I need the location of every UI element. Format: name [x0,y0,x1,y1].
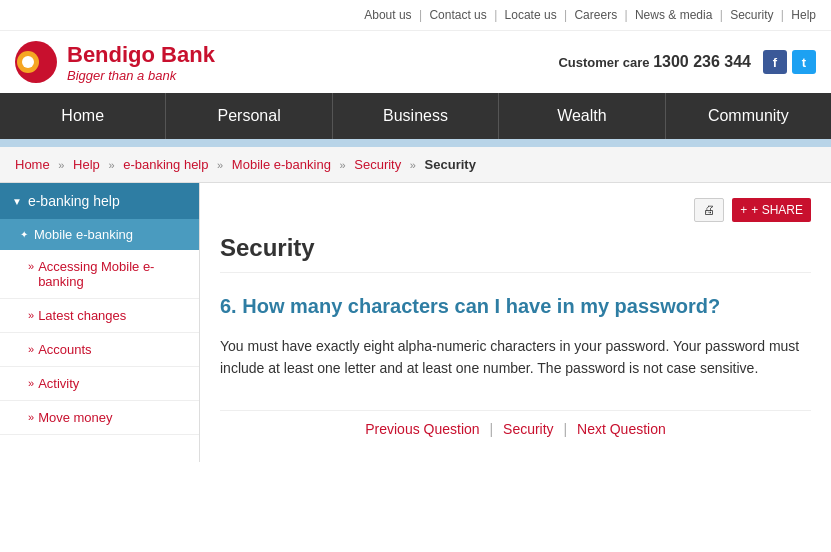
nav-wealth[interactable]: Wealth [499,93,665,139]
sidebar-link-label-2: Latest changes [38,308,126,323]
nav-community[interactable]: Community [666,93,831,139]
logo-area: Bendigo Bank Bigger than a bank [15,41,215,83]
pag-sep2: | [564,421,568,437]
prev-question-link[interactable]: Previous Question [365,421,479,437]
next-question-link[interactable]: Next Question [577,421,666,437]
sep6: | [781,8,784,22]
sidebar-subsection[interactable]: ✦ Mobile e-banking [0,219,199,250]
bc-sep4: » [340,159,346,171]
print-icon: 🖨 [703,203,715,217]
logo-name: Bendigo Bank [67,42,215,68]
bc-sep1: » [58,159,64,171]
sidebar-link-label-1: Accessing Mobile e-banking [38,259,187,289]
sidebar-link-label-4: Activity [38,376,79,391]
sep3: | [564,8,567,22]
sidebar-subsection-label: Mobile e-banking [34,227,133,242]
header-right: Customer care 1300 236 344 f t [558,50,816,74]
logo-text: Bendigo Bank Bigger than a bank [67,42,215,83]
locate-us-link[interactable]: Locate us [505,8,557,22]
answer-text: You must have exactly eight alpha-numeri… [220,335,811,380]
print-button[interactable]: 🖨 [694,198,724,222]
nav-home[interactable]: Home [0,93,166,139]
phone-number: 1300 236 344 [653,53,751,70]
main-layout: ▼ e-banking help ✦ Mobile e-banking » Ac… [0,183,831,462]
sidebar-link-label-3: Accounts [38,342,91,357]
chevron-icon-5: » [28,411,34,423]
question-heading: 6. How many characters can I have in my … [220,293,811,319]
sidebar-link-accounts[interactable]: » Accounts [0,333,199,367]
section-arrow: ▼ [12,196,22,207]
logo-icon [15,41,57,83]
bc-home-link[interactable]: Home [15,157,50,172]
bc-mobile-link[interactable]: Mobile e-banking [232,157,331,172]
sep1: | [419,8,422,22]
share-label: + SHARE [751,203,803,217]
bc-sep2: » [108,159,114,171]
chevron-icon-2: » [28,309,34,321]
content-area: 🖨 + + SHARE Security 6. How many charact… [200,183,831,462]
share-plus-icon: + [740,203,747,217]
bc-sep5: » [410,159,416,171]
nav-personal[interactable]: Personal [166,93,332,139]
sidebar-link-accessing[interactable]: » Accessing Mobile e-banking [0,250,199,299]
help-util-link[interactable]: Help [791,8,816,22]
sidebar-link-label-5: Move money [38,410,112,425]
bc-ebanking-link[interactable]: e-banking help [123,157,208,172]
logo-tagline: Bigger than a bank [67,68,215,83]
bc-security-link[interactable]: Security [354,157,401,172]
sidebar: ▼ e-banking help ✦ Mobile e-banking » Ac… [0,183,200,462]
content-toolbar: 🖨 + + SHARE [220,198,811,222]
breadcrumb: Home » Help » e-banking help » Mobile e-… [0,147,831,183]
sep4: | [624,8,627,22]
bc-sep3: » [217,159,223,171]
twitter-icon[interactable]: t [792,50,816,74]
pagination: Previous Question | Security | Next Ques… [220,410,811,447]
contact-us-link[interactable]: Contact us [429,8,486,22]
pag-sep1: | [490,421,494,437]
sep5: | [720,8,723,22]
share-button[interactable]: + + SHARE [732,198,811,222]
page-title: Security [220,234,811,273]
customer-care: Customer care 1300 236 344 [558,53,751,71]
sidebar-link-activity[interactable]: » Activity [0,367,199,401]
header: Bendigo Bank Bigger than a bank Customer… [0,31,831,93]
news-media-link[interactable]: News & media [635,8,712,22]
about-us-link[interactable]: About us [364,8,411,22]
sidebar-link-latest[interactable]: » Latest changes [0,299,199,333]
sidebar-section-header[interactable]: ▼ e-banking help [0,183,199,219]
careers-link[interactable]: Careers [574,8,617,22]
bc-help-link[interactable]: Help [73,157,100,172]
social-icons: f t [763,50,816,74]
sidebar-section-label: e-banking help [28,193,120,209]
utility-bar: About us | Contact us | Locate us | Care… [0,0,831,31]
blue-banner [0,139,831,147]
nav-business[interactable]: Business [333,93,499,139]
customer-care-label: Customer care [558,55,649,70]
subsection-arrow: ✦ [20,229,28,240]
sep2: | [494,8,497,22]
sidebar-link-move-money[interactable]: » Move money [0,401,199,435]
chevron-icon-4: » [28,377,34,389]
bc-current: Security [425,157,476,172]
main-nav: Home Personal Business Wealth Community [0,93,831,139]
security-util-link[interactable]: Security [730,8,773,22]
chevron-icon-3: » [28,343,34,355]
security-mid-link[interactable]: Security [503,421,554,437]
facebook-icon[interactable]: f [763,50,787,74]
chevron-icon-1: » [28,260,34,272]
